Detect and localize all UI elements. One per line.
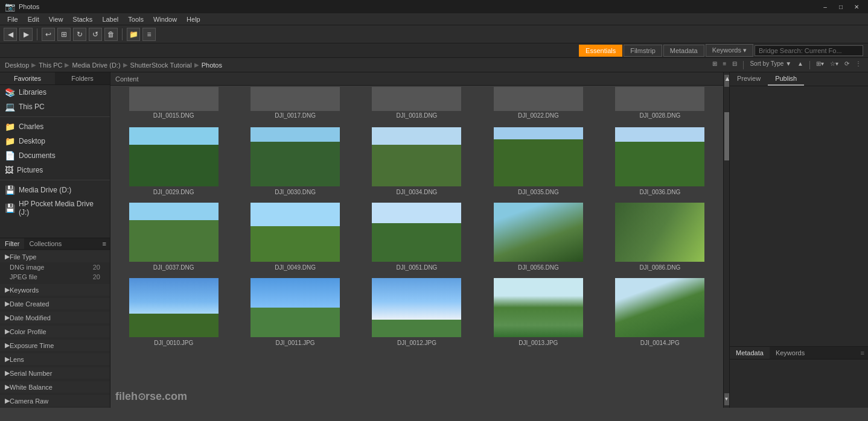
sort-asc-button[interactable]: ▲	[796, 60, 805, 70]
thumb-img-0029	[129, 127, 219, 186]
forward-button[interactable]: ▶	[19, 28, 33, 41]
filter-button[interactable]: ≡	[142, 28, 156, 41]
minimize-button[interactable]: –	[819, 2, 832, 11]
scrollbar-down-btn[interactable]: ▼	[724, 393, 729, 405]
thumb-0056[interactable]: DJI_0056.DNG	[477, 198, 599, 273]
thumb-0051[interactable]: DJI_0051.DNG	[356, 198, 477, 273]
sidebar-item-pictures[interactable]: 🖼 Pictures	[0, 163, 110, 177]
right-tab-publish[interactable]: Publish	[768, 72, 804, 86]
filter-jpeg-item[interactable]: JPEG file 20	[0, 272, 110, 282]
sort-type-button[interactable]: Sort by Type ▼	[748, 60, 793, 70]
search-input[interactable]	[755, 45, 863, 56]
thumb-0012[interactable]: DJI_0012.JPG	[356, 273, 477, 349]
thumb-0011[interactable]: DJI_0011.JPG	[234, 273, 356, 349]
thumb-0049[interactable]: DJI_0049.DNG	[234, 198, 356, 273]
tab-essentials[interactable]: Essentials	[579, 45, 622, 57]
filter-whitebalance-header[interactable]: ▶ White Balance	[0, 381, 110, 393]
new-folder-button[interactable]: 📁	[127, 28, 140, 41]
back-button[interactable]: ◀	[4, 28, 17, 41]
sidebar-item-hpdrive[interactable]: 💾 HP Pocket Media Drive (J:)	[0, 197, 110, 219]
view-list-button[interactable]: ≡	[721, 60, 729, 70]
view-grid-button[interactable]: ⊞	[710, 60, 719, 70]
workspace-button[interactable]: ⊞▾	[814, 60, 826, 70]
bc-thispc[interactable]: This PC	[39, 62, 62, 69]
sidebar-item-thispc[interactable]: 💻 This PC	[0, 100, 110, 114]
maximize-button[interactable]: □	[834, 2, 847, 11]
tab-metadata[interactable]: Metadata	[663, 45, 704, 57]
thumb-0034[interactable]: DJI_0034.DNG	[356, 122, 477, 198]
sidebar-item-libraries[interactable]: 📚 Libraries	[0, 85, 110, 100]
thumb-partial-0017[interactable]: DJI_0017.DNG	[234, 86, 356, 120]
thumb-0014[interactable]: DJI_0014.JPG	[599, 273, 721, 349]
menu-label[interactable]: Label	[97, 14, 123, 24]
thumb-0036[interactable]: DJI_0036.DNG	[599, 122, 721, 198]
filter-colorprofile-header[interactable]: ▶ Color Profile	[0, 326, 110, 337]
thumb-0086[interactable]: DJI_0086.DNG	[599, 198, 721, 273]
workspace-tabs: Essentials Filmstrip Metadata Keywords ▾	[0, 43, 868, 58]
sidebar-item-charles[interactable]: 📁 Charles	[0, 119, 110, 134]
thumb-0010[interactable]: DJI_0010.JPG	[113, 273, 234, 349]
thumb-partial-0015[interactable]: DJI_0015.DNG	[113, 86, 234, 120]
rb-tab-metadata[interactable]: Metadata	[730, 347, 770, 359]
filter-tab-filter[interactable]: Filter	[0, 238, 24, 249]
filter-keywords-header[interactable]: ▶ Keywords	[0, 284, 110, 296]
view-filmstrip-button[interactable]: ⊟	[730, 60, 739, 70]
close-button[interactable]: ✕	[850, 2, 863, 11]
thumb-0029[interactable]: DJI_0029.DNG	[113, 122, 234, 198]
more-view-button[interactable]: ⋮	[854, 60, 863, 70]
sidebar-item-documents[interactable]: 📄 Documents	[0, 148, 110, 163]
rotate-cw-button[interactable]: ↻	[73, 28, 86, 41]
bc-desktop[interactable]: Desktop	[5, 62, 29, 69]
scrollbar-up-btn[interactable]: ▲	[724, 75, 729, 87]
bc-media-drive[interactable]: Media Drive (D:)	[72, 62, 120, 69]
menu-tools[interactable]: Tools	[123, 14, 148, 24]
filter-tab-collections[interactable]: Collections	[24, 238, 66, 249]
sidebar-item-mediadrive[interactable]: 💾 Media Drive (D:)	[0, 183, 110, 197]
thumb-0013[interactable]: DJI_0013.JPG	[477, 273, 599, 349]
thumb-partial-0018[interactable]: DJI_0018.DNG	[356, 86, 477, 120]
sidebar-tabs: Favorites Folders	[0, 72, 110, 85]
menu-edit[interactable]: Edit	[23, 14, 44, 24]
thumb-partial-0028[interactable]: DJI_0028.DNG	[599, 86, 721, 120]
sidebar-item-desktop[interactable]: 📁 Desktop	[0, 134, 110, 148]
sidebar-item-charles-label: Charles	[19, 122, 43, 131]
rb-expand-button[interactable]: ≡	[857, 347, 868, 359]
star-button[interactable]: ☆▾	[828, 60, 840, 70]
tab-filmstrip[interactable]: Filmstrip	[624, 45, 662, 57]
right-tab-preview[interactable]: Preview	[730, 72, 768, 86]
menu-help[interactable]: Help	[182, 14, 205, 24]
camera-raw-button[interactable]: ⊞	[57, 28, 71, 41]
menu-view[interactable]: View	[44, 14, 68, 24]
rotate-ccw-button[interactable]: ↺	[89, 28, 102, 41]
filter-more-button[interactable]: ≡	[99, 238, 110, 249]
filter-cameraraw-header[interactable]: ▶ Camera Raw	[0, 395, 110, 407]
filter-datemodified-header[interactable]: ▶ Date Modified	[0, 312, 110, 323]
sidebar-tab-favorites[interactable]: Favorites	[0, 72, 55, 84]
boomerang-button[interactable]: ↩	[42, 28, 55, 41]
menu-file[interactable]: File	[2, 14, 23, 24]
filter-datecreated-header[interactable]: ▶ Date Created	[0, 298, 110, 309]
filter-lens-header[interactable]: ▶ Lens	[0, 353, 110, 365]
thumb-partial-0022[interactable]: DJI_0022.DNG	[477, 86, 599, 120]
sidebar-tab-folders[interactable]: Folders	[55, 72, 110, 84]
app-icon: 📷	[5, 2, 15, 11]
thumb-label-0036: DJI_0036.DNG	[639, 189, 680, 195]
filter-dng-item[interactable]: DNG image 20	[0, 262, 110, 272]
thumb-0030[interactable]: DJI_0030.DNG	[234, 122, 356, 198]
scrollbar-track[interactable]	[724, 88, 729, 392]
filter-filetype-header[interactable]: ▶ File Type	[0, 251, 110, 262]
thumb-0035[interactable]: DJI_0035.DNG	[477, 122, 599, 198]
filter-serial-header[interactable]: ▶ Serial Number	[0, 367, 110, 379]
bc-shutterstock[interactable]: ShutterStock Tutorial	[130, 62, 192, 69]
datemodified-chevron: ▶	[5, 314, 10, 321]
thumb-0037[interactable]: DJI_0037.DNG	[113, 198, 234, 273]
menu-window[interactable]: Window	[148, 14, 182, 24]
rb-tab-keywords[interactable]: Keywords	[770, 347, 811, 359]
menu-stacks[interactable]: Stacks	[68, 14, 97, 24]
scrollbar[interactable]: ▲ ▼	[723, 72, 729, 408]
scrollbar-thumb[interactable]	[724, 112, 729, 160]
rotate-view-button[interactable]: ⟳	[843, 60, 851, 70]
filter-exposure-header[interactable]: ▶ Exposure Time	[0, 340, 110, 351]
tab-keywords[interactable]: Keywords ▾	[706, 44, 753, 57]
delete-button[interactable]: 🗑	[104, 28, 118, 41]
